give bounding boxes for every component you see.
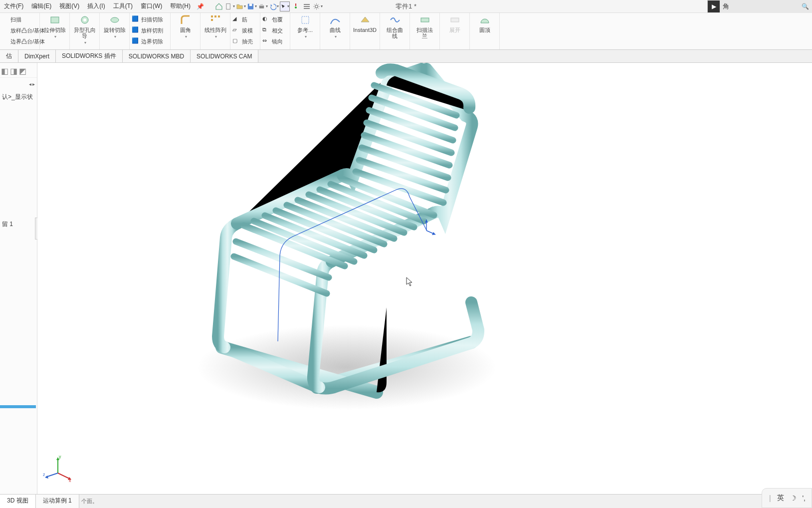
ime-punct-icon[interactable]: ' , [803, 494, 805, 502]
search-category-icon[interactable]: ▶ [708, 0, 720, 12]
ime-divider-icon: | [769, 494, 771, 502]
settings-icon[interactable] [313, 1, 323, 11]
search-input[interactable] [720, 2, 790, 11]
svg-rect-11 [51, 17, 59, 23]
menu-window[interactable]: 窗口(W) [137, 2, 166, 10]
menu-tools[interactable]: 工具(T) [109, 2, 137, 10]
cmd-rib[interactable]: ◢筋 [232, 14, 247, 25]
feature-tree-node[interactable]: 留 1 [0, 219, 37, 230]
cmd-boundary[interactable]: 边界凸台/基体 [1, 36, 45, 47]
svg-rect-18 [211, 19, 213, 21]
cmd-swept-flange[interactable]: 扫描法兰 [410, 13, 440, 49]
cmd-mirror[interactable]: ⇔镜向 [262, 36, 283, 47]
cmd-draft[interactable]: ▱拔模 [232, 25, 253, 36]
fm-tab-icon[interactable]: ◨ [10, 66, 18, 74]
cmd-linear-pattern[interactable]: 线性阵列 [201, 13, 230, 49]
svg-rect-16 [214, 15, 216, 17]
svg-text:x: x [69, 478, 71, 483]
menu-edit[interactable]: 编辑(E) [27, 2, 55, 10]
cmd-unfold: 展开 [440, 13, 470, 49]
save-icon[interactable] [247, 1, 257, 11]
menu-view[interactable]: 视图(V) [55, 2, 83, 10]
cmd-boundary-cut[interactable]: 🟦边界切除 [132, 36, 163, 47]
search-panel: ▶ 🔍 [707, 0, 812, 13]
command-tabs: 估 DimXpert SOLIDWORKS 插件 SOLIDWORKS MBD … [0, 50, 812, 63]
open-icon[interactable] [236, 1, 246, 11]
select-icon[interactable] [280, 1, 290, 11]
quick-access-toolbar [214, 1, 323, 11]
fm-tab-icon[interactable]: ◧ [1, 66, 9, 74]
cmd-loft[interactable]: 放样凸台/基体 [1, 25, 45, 36]
svg-rect-20 [421, 18, 429, 22]
svg-rect-8 [304, 6, 310, 7]
fm-next-icon[interactable]: ▸ [32, 81, 35, 87]
cmd-curves[interactable]: 曲线 [320, 13, 350, 49]
svg-rect-5 [295, 3, 296, 6]
ime-language[interactable]: 英 [777, 494, 784, 503]
rollback-bar[interactable] [0, 405, 36, 408]
tab-motion-study[interactable]: 运动算例 1 [36, 495, 79, 508]
origin-triad-icon: y x z [43, 453, 73, 483]
svg-rect-15 [211, 15, 213, 17]
svg-rect-2 [249, 3, 252, 6]
cmd-wrap[interactable]: ◐包覆 [262, 14, 283, 25]
svg-point-22 [197, 325, 496, 410]
cmd-composite-curve[interactable]: 组合曲线 [380, 13, 410, 49]
search-icon[interactable]: 🔍 [802, 3, 809, 10]
svg-rect-19 [302, 16, 309, 23]
options-list-icon[interactable] [302, 1, 312, 11]
fm-tab-icon[interactable]: ◩ [19, 66, 27, 74]
print-icon[interactable] [258, 1, 268, 11]
cmd-extruded-cut[interactable]: 拉伸切除 [40, 13, 70, 49]
tab-3d-view[interactable]: 3D 视图 [0, 495, 36, 508]
svg-rect-9 [304, 8, 310, 9]
tab-addins[interactable]: SOLIDWORKS 插件 [56, 50, 123, 62]
ribbon: 扫描 放样凸台/基体 边界凸台/基体 拉伸切除 异型孔向导 旋转切除 🟦扫描切除… [0, 13, 812, 50]
menu-insert[interactable]: 插入(I) [83, 2, 109, 10]
undo-icon[interactable] [269, 1, 279, 11]
cmd-revolved-cut[interactable]: 旋转切除 [100, 13, 130, 49]
document-title: 零件1 * [396, 2, 416, 11]
svg-line-49 [46, 473, 58, 477]
svg-point-6 [295, 6, 297, 8]
tab-mbd[interactable]: SOLIDWORKS MBD [123, 50, 191, 62]
cmd-sweep[interactable]: 扫描 [1, 14, 21, 25]
pin-icon[interactable]: 📌 [197, 3, 204, 10]
svg-rect-7 [304, 4, 310, 5]
cmd-hole-wizard[interactable]: 异型孔向导 [70, 13, 100, 49]
ime-status: | 英 ☽ ' , [762, 488, 812, 508]
menu-bar: 文件(F) 编辑(E) 视图(V) 插入(I) 工具(T) 窗口(W) 帮助(H… [0, 0, 812, 13]
menu-help[interactable]: 帮助(H) [166, 2, 195, 10]
fm-prev-icon[interactable]: ◂ [29, 81, 31, 87]
menu-file[interactable]: 文件(F) [0, 2, 27, 10]
cmd-lofted-cut[interactable]: 🟦放样切割 [132, 25, 163, 36]
graphics-viewport[interactable] [37, 63, 812, 494]
cmd-intersect[interactable]: ⧉相交 [262, 25, 283, 36]
svg-rect-17 [218, 15, 220, 17]
svg-point-14 [111, 17, 119, 22]
feature-manager-panel: ◧ ◨ ◩ ◂ ▸ 认>_显示状 留 1 [0, 63, 37, 494]
tab-evaluate[interactable]: 估 [0, 50, 18, 62]
svg-point-13 [83, 18, 86, 21]
svg-text:y: y [59, 454, 61, 459]
tab-cam[interactable]: SOLIDWORKS CAM [191, 50, 258, 62]
svg-rect-0 [226, 3, 230, 9]
home-icon[interactable] [214, 1, 224, 11]
cmd-shell[interactable]: ▢抽壳 [232, 36, 253, 47]
cmd-ref-geometry[interactable]: 参考... [290, 13, 320, 49]
rebuild-icon[interactable] [291, 1, 301, 11]
new-icon[interactable] [225, 1, 235, 11]
svg-text:z: z [43, 472, 45, 477]
cmd-dome[interactable]: 圆顶 [470, 13, 500, 49]
svg-rect-21 [451, 18, 459, 22]
ime-mode-icon[interactable]: ☽ [790, 494, 797, 502]
cmd-instant3d[interactable]: Instant3D [350, 13, 380, 49]
svg-rect-4 [260, 4, 263, 6]
status-caption: 个面。 [81, 498, 98, 505]
cmd-fillet[interactable]: 圆角 [171, 13, 201, 49]
cmd-swept-cut[interactable]: 🟦扫描切除 [132, 14, 163, 25]
svg-point-10 [315, 5, 318, 8]
bottom-view-tabs: 3D 视图 运动算例 1 个面。 [0, 494, 812, 508]
tab-dimxpert[interactable]: DimXpert [18, 50, 56, 62]
display-state-label: 认>_显示状 [0, 90, 37, 104]
